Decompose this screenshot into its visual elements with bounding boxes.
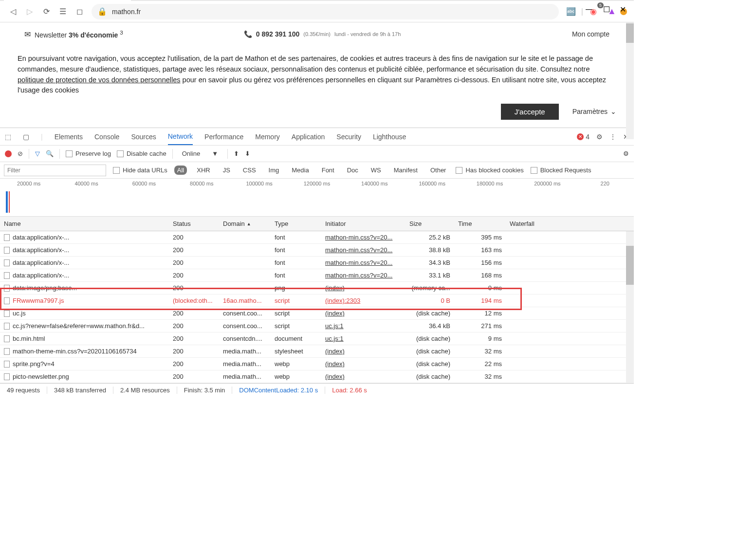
table-row[interactable]: uc.js200consent.coo...script(index)(disk… bbox=[0, 307, 634, 320]
gear-icon[interactable]: ⚙ bbox=[623, 150, 629, 157]
tab-sources[interactable]: Sources bbox=[131, 129, 156, 145]
back-button[interactable]: ◁ bbox=[5, 3, 21, 20]
initiator-link[interactable]: mathon-min.css?v=20... bbox=[325, 259, 392, 266]
col-domain[interactable]: Domain▲ bbox=[219, 220, 271, 227]
tab-lighthouse[interactable]: Lighthouse bbox=[373, 129, 406, 145]
filter-js[interactable]: JS bbox=[220, 166, 233, 175]
preserve-log-checkbox[interactable]: Preserve log bbox=[66, 150, 111, 157]
phone-hours: lundi - vendredi de 9h à 17h bbox=[334, 31, 401, 37]
shield-button[interactable]: ◉ 5 bbox=[585, 3, 602, 20]
filter-xhr[interactable]: XHR bbox=[194, 166, 213, 175]
filter-input[interactable] bbox=[4, 165, 106, 176]
table-row[interactable]: data:application/x-...200fontmathon-min.… bbox=[0, 257, 634, 269]
blocked-requests-checkbox[interactable]: Blocked Requests bbox=[531, 166, 591, 174]
initiator-link[interactable]: mathon-min.css?v=20... bbox=[325, 234, 392, 241]
table-row[interactable]: sprite.png?v=4200media.math...webp(index… bbox=[0, 358, 634, 370]
initiator-link[interactable]: (index) bbox=[325, 360, 345, 368]
reload-button[interactable]: ⟳ bbox=[38, 3, 55, 20]
download-icon[interactable]: ⬇ bbox=[245, 150, 250, 157]
inspect-icon[interactable]: ⬚ bbox=[5, 133, 11, 141]
tab-application[interactable]: Application bbox=[292, 129, 325, 145]
tab-security[interactable]: Security bbox=[336, 129, 361, 145]
initiator-link[interactable]: uc.js:1 bbox=[325, 322, 344, 330]
browser-tab[interactable]: gHacks Technology News bbox=[131, 0, 227, 1]
initiator-link[interactable]: (index) bbox=[325, 348, 345, 355]
filter-other[interactable]: Other bbox=[427, 166, 449, 175]
table-row[interactable]: cc.js?renew=false&referer=www.mathon.fr&… bbox=[0, 320, 634, 332]
filter-font[interactable]: Font bbox=[319, 166, 337, 175]
blocked-cookies-checkbox[interactable]: Has blocked cookies bbox=[456, 166, 523, 174]
initiator-link[interactable]: (index) bbox=[325, 373, 345, 380]
initiator-link[interactable]: uc.js:1 bbox=[325, 335, 344, 342]
timeline-tick: 180000 ms bbox=[461, 181, 518, 186]
tab-network[interactable]: Network bbox=[168, 129, 193, 145]
params-button[interactable]: Paramètres ⌄ bbox=[572, 107, 616, 117]
col-status[interactable]: Status bbox=[169, 220, 219, 227]
error-count[interactable]: ✕4 bbox=[577, 133, 590, 141]
col-name[interactable]: Name bbox=[0, 220, 169, 227]
page-scrollbar[interactable] bbox=[626, 22, 634, 139]
initiator-link[interactable]: (index):2303 bbox=[325, 297, 360, 304]
tab-memory[interactable]: Memory bbox=[255, 129, 280, 145]
initiator-link[interactable]: mathon-min.css?v=20... bbox=[325, 272, 392, 279]
table-row[interactable]: picto-newsletter.png200media.math...webp… bbox=[0, 370, 634, 383]
close-window-icon[interactable]: ✕ bbox=[620, 5, 626, 14]
filter-doc[interactable]: Doc bbox=[344, 166, 361, 175]
table-row[interactable]: FRwwwma7997.js(blocked:oth...16ao.matho.… bbox=[0, 295, 634, 307]
filter-media[interactable]: Media bbox=[289, 166, 312, 175]
kebab-icon[interactable]: ⋮ bbox=[609, 133, 616, 141]
network-timeline[interactable]: 20000 ms40000 ms60000 ms80000 ms100000 m… bbox=[0, 179, 634, 217]
col-size[interactable]: Size bbox=[406, 220, 454, 227]
throttling-select[interactable]: Online▼ bbox=[179, 148, 221, 159]
col-initiator[interactable]: Initiator bbox=[321, 220, 406, 227]
search-icon[interactable]: 🔍 bbox=[46, 150, 54, 157]
file-icon bbox=[4, 361, 10, 368]
translate-icon[interactable]: 🔤 bbox=[563, 3, 579, 20]
filter-all[interactable]: All bbox=[174, 166, 187, 175]
accept-button[interactable]: J'accepte bbox=[501, 104, 559, 120]
upload-icon[interactable]: ⬆ bbox=[234, 150, 239, 157]
filter-css[interactable]: CSS bbox=[240, 166, 259, 175]
tab-console[interactable]: Console bbox=[94, 129, 119, 145]
bookmark-button[interactable]: ◻ bbox=[71, 3, 88, 20]
table-row[interactable]: mathon-theme-min.css?v=20201106165734200… bbox=[0, 345, 634, 358]
initiator-link[interactable]: (index) bbox=[325, 284, 345, 292]
file-icon bbox=[4, 247, 10, 254]
timeline-tick: 120000 ms bbox=[288, 181, 346, 186]
clear-button[interactable]: ⊘ bbox=[18, 150, 23, 157]
filter-icon[interactable]: ▽ bbox=[35, 150, 40, 157]
tab-performance[interactable]: Performance bbox=[204, 129, 243, 145]
table-row[interactable]: bc.min.html200consentcdn....documentuc.j… bbox=[0, 332, 634, 345]
status-finish: Finish: 3.5 min bbox=[177, 387, 233, 394]
devtools-panel: ⬚ ▢ | Elements Console Sources Network P… bbox=[0, 128, 634, 397]
filter-img[interactable]: Img bbox=[266, 166, 282, 175]
timeline-tick: 140000 ms bbox=[346, 181, 403, 186]
reader-button[interactable]: ☰ bbox=[55, 3, 71, 20]
privacy-policy-link[interactable]: politique de protection de vos données p… bbox=[18, 76, 181, 84]
new-tab-button[interactable]: + bbox=[230, 0, 246, 1]
maximize-icon[interactable]: ☐ bbox=[603, 5, 610, 14]
filter-ws[interactable]: WS bbox=[368, 166, 384, 175]
col-time[interactable]: Time bbox=[454, 220, 506, 227]
initiator-link[interactable]: (index) bbox=[325, 310, 345, 317]
url-bar[interactable]: 🔒 mathon.fr bbox=[92, 4, 559, 19]
table-scrollbar[interactable] bbox=[626, 231, 634, 383]
network-status-bar: 49 requests 348 kB transferred 2.4 MB re… bbox=[0, 383, 634, 397]
tab-elements[interactable]: Elements bbox=[55, 129, 83, 145]
table-row[interactable]: data:application/x-...200fontmathon-min.… bbox=[0, 231, 634, 244]
forward-button[interactable]: ▷ bbox=[21, 3, 38, 20]
filter-manifest[interactable]: Manifest bbox=[391, 166, 421, 175]
device-icon[interactable]: ▢ bbox=[23, 133, 29, 141]
col-waterfall[interactable]: Waterfall bbox=[506, 220, 634, 227]
col-type[interactable]: Type bbox=[271, 220, 321, 227]
account-link[interactable]: Mon compte bbox=[572, 30, 609, 38]
record-button[interactable] bbox=[5, 150, 12, 157]
table-row[interactable]: data:application/x-...200fontmathon-min.… bbox=[0, 269, 634, 282]
table-row[interactable]: data:application/x-...200fontmathon-min.… bbox=[0, 244, 634, 257]
initiator-link[interactable]: mathon-min.css?v=20... bbox=[325, 246, 392, 254]
gear-icon[interactable]: ⚙ bbox=[596, 133, 603, 141]
browser-tab-active[interactable]: m Mathon.fr - Ustensiles de cuisine × bbox=[4, 0, 131, 1]
table-row[interactable]: data:image/png;base...200png(index)(memo… bbox=[0, 282, 634, 295]
hide-data-urls-checkbox[interactable]: Hide data URLs bbox=[113, 166, 167, 174]
disable-cache-checkbox[interactable]: Disable cache bbox=[117, 150, 166, 157]
